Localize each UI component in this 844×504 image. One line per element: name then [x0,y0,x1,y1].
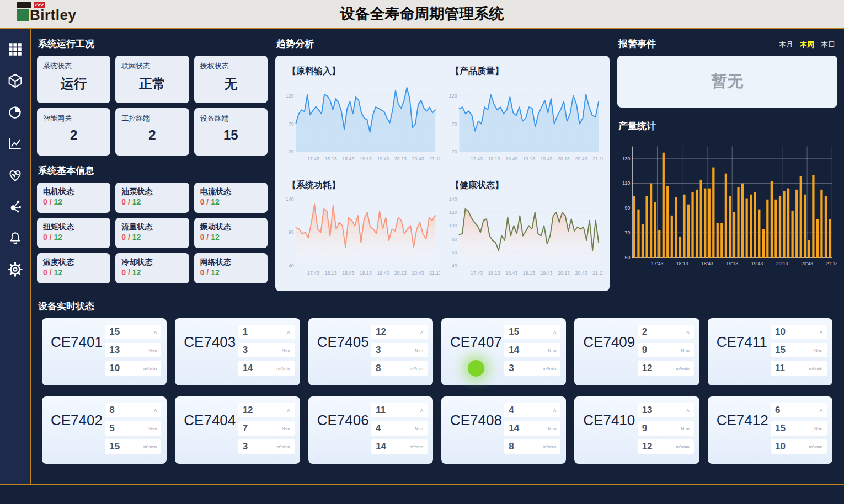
info-card-label: 振动状态 [200,222,261,232]
health-pulse-button[interactable] [6,165,25,184]
status-card-label: 联网状态 [121,61,183,71]
device-unit: m³/min [543,444,556,449]
device-value: 9 [642,345,647,356]
app-header: Birtley 设备全寿命周期管理系统 [0,0,844,28]
device-card-CE7405[interactable]: CE7405 12 A 3 N·m 8 m³/min [308,318,433,385]
svg-text:20:43: 20:43 [412,270,424,276]
device-card-CE7409[interactable]: CE7409 2 A 9 N·m 12 m³/min [574,318,699,385]
alarm-tab-day[interactable]: 本日 [821,40,835,50]
alarm-tab-week[interactable]: 本周 [800,40,814,50]
trend-chart-title: 【产品质量】 [451,66,603,77]
device-unit: A [686,330,689,335]
device-value-row: 14 m³/min [371,439,428,454]
svg-text:21:13: 21:13 [429,156,440,162]
device-unit: N·m [148,426,157,431]
status-card: 设备终端 15 [194,108,268,156]
alarm-tab-month[interactable]: 本月 [779,40,793,50]
network-button[interactable] [6,197,25,216]
device-value: 9 [642,423,647,434]
alarm-header: 报警事件 本月本周本日 [617,36,837,56]
device-unit: A [287,330,290,335]
device-value-row: 8 m³/min [504,439,560,454]
device-value: 3 [376,345,381,356]
device-value-row: 11 m³/min [771,361,827,376]
status-card: 系统状态 运行 [37,56,110,103]
apps-grid-button[interactable] [6,40,25,58]
devices-title: 设备实时状态 [38,300,837,313]
info-card-label: 流量状态 [121,222,183,232]
device-value: 3 [509,363,514,374]
device-values: 15 A 14 N·m 3 m³/min [504,318,566,385]
svg-text:19:43: 19:43 [540,270,552,276]
pie-chart-button[interactable] [6,103,25,121]
bell-button[interactable] [6,228,25,247]
device-card-CE7407[interactable]: CE7407 15 A 14 N·m 3 m³/min [441,318,566,385]
main-area: 系统运行工况 系统状态 运行 联网状态 正常 授权状态 无 智能网关 2 工控终… [0,28,844,485]
info-card: 电流状态 0 / 12 [194,183,268,213]
device-card-CE7408[interactable]: CE7408 4 A 14 N·m 8 m³/min [441,396,566,464]
device-value: 14 [509,345,519,356]
svg-text:140: 140 [286,196,294,202]
device-card-CE7403[interactable]: CE7403 1 A 3 N·m 14 m³/min [175,318,300,385]
device-value-row: 9 N·m [638,343,694,357]
gear-icon [7,261,23,277]
device-unit: N·m [548,426,556,431]
svg-text:130: 130 [622,156,631,162]
device-value: 11 [376,405,386,416]
line-chart-button[interactable] [6,134,25,153]
svg-text:20:43: 20:43 [575,156,587,162]
status-card: 联网状态 正常 [115,56,189,103]
svg-text:17:43: 17:43 [471,156,483,162]
device-value-row: 3 m³/min [504,361,560,376]
device-card-CE7410[interactable]: CE7410 13 A 9 N·m 12 m³/min [574,396,699,464]
svg-text:18:13: 18:13 [325,270,337,276]
device-value: 2 [642,326,647,337]
device-value: 12 [243,405,253,416]
svg-text:19:43: 19:43 [751,261,763,266]
svg-text:20: 20 [452,149,457,154]
device-value: 11 [775,363,785,374]
device-values: 6 A 15 N·m 10 m³/min [771,396,832,464]
device-card-CE7401[interactable]: CE7401 15 A 13 N·m 10 m³/min [42,318,167,385]
status-card-value: 运行 [43,75,104,93]
svg-text:17:43: 17:43 [471,270,483,276]
device-value-row: 15 m³/min [105,439,161,454]
info-card-count: 0 / 12 [200,197,261,206]
device-card-CE7406[interactable]: CE7406 11 A 4 N·m 14 m³/min [308,396,433,464]
device-card-CE7404[interactable]: CE7404 12 A 7 N·m 3 m³/min [175,396,300,464]
alarm-title: 报警事件 [618,37,656,50]
device-values: 1 A 3 N·m 14 m³/min [238,318,300,385]
trend-chart-title: 【原料输入】 [287,66,440,77]
device-value: 15 [109,441,120,452]
device-value-row: 3 N·m [238,343,295,357]
info-card-label: 油泵状态 [121,187,183,197]
device-name: CE7401 [42,318,105,385]
device-value: 13 [109,345,120,356]
status-card-value: 正常 [121,75,183,93]
gear-button[interactable] [6,260,25,278]
device-value-row: 3 m³/min [238,439,295,454]
device-card-CE7412[interactable]: CE7412 6 A 15 N·m 10 m³/min [708,396,832,464]
svg-text:20:13: 20:13 [394,156,407,162]
cube-button[interactable] [6,71,25,90]
device-values: 12 A 3 N·m 8 m³/min [371,318,433,385]
device-unit: m³/min [276,366,290,371]
alarm-production-section: 报警事件 本月本周本日 暂无 产量统计 50709011013017:4318:… [617,36,837,289]
device-value: 15 [509,326,519,337]
device-value-row: 12 m³/min [638,439,694,454]
device-unit: A [553,330,556,335]
device-grid: CE7401 15 A 13 N·m 10 m³/min CE7403 1 A … [42,318,832,464]
svg-text:70: 70 [289,121,294,127]
svg-text:80: 80 [452,237,457,242]
svg-text:17:43: 17:43 [651,261,664,266]
trend-chart-power: 【系统功耗】 409014017:4318:1318:4319:1319:432… [282,175,440,287]
device-card-CE7402[interactable]: CE7402 8 A 5 N·m 15 m³/min [42,396,167,464]
alarm-empty-text: 暂无 [712,71,744,93]
device-value-row: 10 m³/min [105,361,161,376]
device-card-CE7411[interactable]: CE7411 10 A 15 N·m 11 m³/min [708,318,832,385]
svg-text:19:13: 19:13 [523,156,535,162]
device-value-row: 8 A [105,403,161,417]
svg-text:19:13: 19:13 [360,270,372,276]
info-card: 流量状态 0 / 12 [115,218,189,248]
info-card: 油泵状态 0 / 12 [115,183,189,213]
